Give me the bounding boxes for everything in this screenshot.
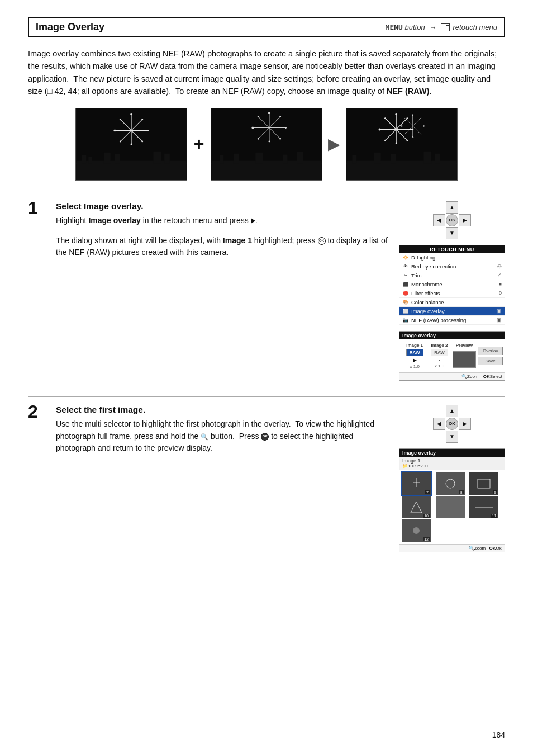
svg-rect-22 [115, 154, 120, 164]
svg-point-74 [412, 114, 414, 116]
img-thumb-11-num: 11 [491, 514, 498, 518]
svg-point-11 [147, 130, 149, 131]
menu-item-redeye: 👁 Red-eye correction ◎ [399, 262, 505, 271]
step-1-body: Highlight Image overlay in the retouch m… [56, 215, 388, 259]
sample-images-row: + [28, 108, 505, 181]
svg-point-58 [396, 113, 398, 115]
right-arrow-icon [251, 218, 255, 224]
save-btn[interactable]: Save [478, 357, 503, 365]
step2-nav-wrap: ▲ ◀ OK ▶ ▼ [433, 405, 471, 443]
svg-rect-46 [256, 153, 263, 164]
overlay-btn[interactable]: Overlay [478, 347, 503, 355]
overlay-value: ▣ [497, 308, 502, 314]
img-thumb-10: 10 [402, 496, 431, 518]
step2-nav-down[interactable]: ▼ [446, 431, 458, 443]
svg-rect-44 [220, 155, 224, 164]
retouch-icon [441, 23, 450, 31]
overlay-raw-btn1: RAW [406, 349, 423, 356]
step-1-title: Select Image overlay. [56, 201, 388, 211]
svg-point-63 [384, 140, 386, 141]
svg-point-64 [379, 128, 381, 130]
img-ok-label: OKOK [489, 546, 502, 551]
step-2-content: Select the first image. Use the multi se… [56, 405, 388, 455]
menu-arrow: → [429, 23, 439, 31]
svg-point-13 [130, 143, 132, 145]
color-label: Color balance [411, 299, 502, 305]
filter-value: 0 [499, 290, 502, 296]
filter-icon: 🔴 [402, 290, 409, 296]
page-number: 184 [492, 730, 505, 739]
ok-select-label: OKSelect [483, 374, 502, 379]
mono-icon: ⬛ [402, 281, 409, 287]
menu-item-color: 🎨 Color balance [399, 298, 505, 307]
svg-point-77 [401, 125, 403, 127]
overlay-icon: ⬜ [402, 308, 409, 314]
zoom-label: 🔍Zoom [461, 374, 478, 379]
overlay-arrow2: • [439, 357, 440, 362]
image-selector-ui: Image overlay Image 1 📁10095200 7 8 9 [399, 448, 505, 552]
svg-point-39 [258, 138, 259, 140]
menu-label: MENU [386, 23, 403, 31]
img-thumb-7-num: 7 [425, 490, 430, 494]
step-1-title-text: Select Image overlay. [56, 201, 144, 211]
trim-icon: ✂ [402, 272, 409, 278]
svg-rect-81 [374, 153, 381, 164]
img-grid: 7 8 9 10 [399, 470, 505, 544]
svg-point-61 [407, 140, 408, 141]
svg-rect-24 [164, 154, 170, 164]
overlay-factor1: x 1.0 [410, 364, 419, 369]
step-2: 2 Select the first image. Use the multi … [28, 396, 505, 552]
svg-point-36 [285, 127, 287, 129]
nav-controller-wrap: ▲ ◀ OK ▶ ▼ [433, 201, 471, 239]
color-icon: 🎨 [402, 299, 409, 305]
svg-point-14 [119, 140, 121, 142]
step2-nav-right[interactable]: ▶ [459, 418, 471, 430]
img-thumb-11: 11 [469, 496, 498, 518]
page-title: Image Overlay [36, 21, 104, 33]
svg-rect-45 [234, 154, 239, 164]
ok-circle-icon-2 [261, 433, 269, 441]
svg-rect-47 [283, 155, 288, 164]
menu-item-mono: ⬛ Monochrome ■ [399, 280, 505, 289]
redeye-icon: 👁 [402, 263, 409, 270]
menu-item-trim: ✂ Trim ✓ [399, 271, 505, 280]
step2-nav-ok[interactable]: OK [446, 418, 458, 430]
dlighting-label: D-Lighting [411, 254, 502, 261]
overlay-action-buttons: Overlay Save [478, 341, 503, 371]
nav-down-btn[interactable]: ▼ [446, 227, 458, 239]
svg-rect-83 [424, 152, 432, 164]
img-thumb-8-num: 8 [459, 490, 464, 494]
step-1: 1 Select Image overlay. Highlight Image … [28, 193, 505, 381]
header-menu-path: MENU button → retouch menu [386, 23, 497, 32]
step-2-right: ▲ ◀ OK ▶ ▼ Image overlay Image 1 📁100952… [399, 405, 505, 552]
step2-nav-controller: ▲ ◀ OK ▶ ▼ [433, 405, 471, 443]
nav-left-btn[interactable]: ◀ [433, 214, 445, 226]
firework-image-result [346, 108, 458, 181]
menu-retouch: retouch menu [453, 23, 498, 31]
step2-nav-up[interactable]: ▲ [446, 405, 458, 417]
ok-circle-icon [318, 237, 326, 245]
nav-up-btn[interactable]: ▲ [446, 201, 458, 214]
step-1-number: 1 [28, 199, 56, 217]
mono-value: ■ [499, 281, 502, 287]
svg-rect-79 [347, 160, 457, 179]
overlay-image1-col: Image 1 RAW ▶ x 1.0 [403, 343, 426, 369]
overlay-col1-header: Image 1 [406, 343, 423, 348]
svg-rect-80 [353, 155, 357, 164]
overlay-arrow1: ▶ [413, 357, 417, 363]
svg-point-34 [268, 112, 270, 114]
dlighting-icon: 🔆 [402, 254, 409, 261]
filter-label: Filter effects [411, 290, 499, 296]
step2-nav-left[interactable]: ◀ [433, 418, 445, 430]
svg-point-12 [141, 140, 143, 142]
retouch-menu-header: RETOUCH MENU [399, 245, 505, 253]
nav-right-btn[interactable]: ▶ [459, 214, 471, 226]
menu-item-overlay: ⬜ Image overlay ▣ [399, 307, 505, 316]
firework-image-1 [75, 108, 187, 181]
nav-ok-btn[interactable]: OK [446, 214, 458, 226]
redeye-label: Red-eye correction [411, 263, 497, 270]
img-thumb-8: 8 [436, 472, 465, 495]
svg-point-10 [141, 119, 143, 120]
step-1-second-para: The dialog shown at right will be displa… [56, 235, 388, 259]
menu-item-filter: 🔴 Filter effects 0 [399, 289, 505, 298]
